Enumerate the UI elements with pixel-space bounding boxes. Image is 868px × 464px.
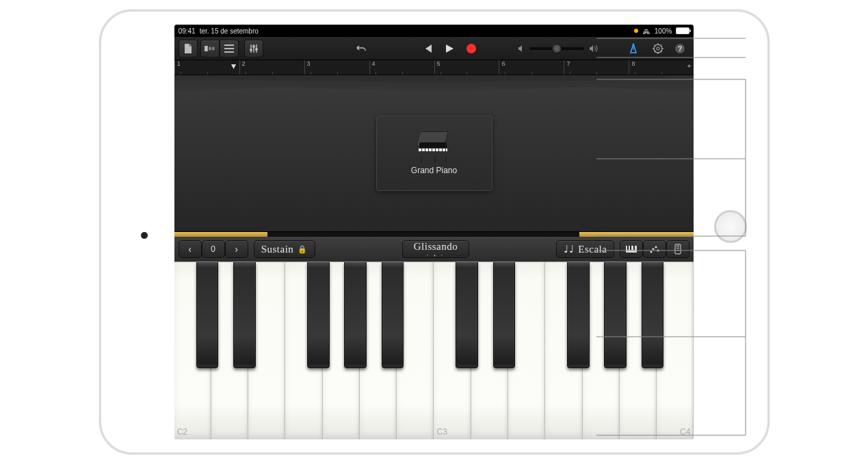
ruler-mark: 4 <box>369 60 434 75</box>
piano-keyboard[interactable]: C2 C3 C4 <box>174 261 694 439</box>
svg-point-8 <box>255 48 258 51</box>
tracks-view-button[interactable] <box>220 40 239 57</box>
svg-rect-2 <box>212 47 214 50</box>
black-key[interactable] <box>604 262 627 368</box>
browser-button[interactable] <box>200 40 220 57</box>
black-key[interactable] <box>493 262 516 368</box>
metronome-button[interactable] <box>624 40 643 57</box>
glissando-button[interactable]: Glissando • ● • <box>402 240 470 258</box>
black-key[interactable] <box>642 262 664 368</box>
keyboard-controls: ‹ 0 › Sustain 🔒 Glissando • ● • ♩♩ Escal… <box>174 237 694 261</box>
home-button[interactable] <box>714 210 747 243</box>
svg-rect-3 <box>224 44 234 46</box>
ios-status-bar: 09:41 ter. 15 de setembro 100% <box>174 25 694 37</box>
add-section-button[interactable]: ＋ <box>686 62 692 70</box>
ruler-mark: 5 <box>434 60 499 75</box>
svg-rect-4 <box>224 48 234 49</box>
svg-point-17 <box>650 251 653 253</box>
master-volume-slider[interactable] <box>517 44 598 53</box>
keyboard-navigator[interactable] <box>174 231 694 237</box>
octave-up-button[interactable]: › <box>225 240 248 258</box>
volume-high-icon <box>588 44 598 53</box>
go-to-start-button[interactable] <box>418 40 437 57</box>
keyboard-layout-button[interactable] <box>620 240 643 258</box>
svg-point-6 <box>250 49 252 51</box>
play-button[interactable] <box>440 40 459 57</box>
help-button[interactable]: ? <box>670 40 689 57</box>
key-label: C3 <box>436 427 447 437</box>
instrument-area: Grand Piano <box>174 75 694 231</box>
key-label: C2 <box>177 427 187 437</box>
black-key[interactable] <box>567 262 590 368</box>
my-songs-button[interactable] <box>179 40 198 57</box>
timeline-ruler[interactable]: ▾ 1 2 3 4 5 6 7 8 ＋ <box>174 60 694 75</box>
svg-text:?: ? <box>678 44 683 53</box>
record-icon <box>466 44 476 53</box>
octave-value: 0 <box>202 240 225 258</box>
track-controls-button[interactable] <box>244 40 263 57</box>
battery-icon <box>676 27 689 34</box>
scale-button[interactable]: ♩♩ Escala <box>556 240 614 258</box>
page-dots-icon: • ● • <box>427 253 445 257</box>
svg-rect-5 <box>224 51 234 53</box>
black-key[interactable] <box>382 262 404 368</box>
key-label: C4 <box>680 427 690 437</box>
svg-rect-22 <box>676 246 679 246</box>
octave-down-button[interactable]: ‹ <box>179 240 202 258</box>
ruler-mark: 2 <box>239 60 304 75</box>
control-bar: ? <box>174 37 694 60</box>
sound-selector[interactable]: Grand Piano <box>376 116 492 191</box>
svg-rect-14 <box>627 246 629 250</box>
svg-rect-16 <box>633 246 635 250</box>
wifi-icon <box>642 27 650 34</box>
lock-icon: 🔒 <box>298 245 308 254</box>
status-time: 09:41 <box>179 27 196 35</box>
ruler-mark: 6 <box>499 60 564 75</box>
black-key[interactable] <box>307 262 330 368</box>
keyboard-settings-button[interactable] <box>666 240 689 258</box>
svg-rect-0 <box>205 46 208 51</box>
ruler-mark: 1 <box>174 60 239 75</box>
svg-point-7 <box>252 45 255 48</box>
ruler-mark: 7 <box>564 60 629 75</box>
black-key[interactable] <box>344 262 367 368</box>
sustain-button[interactable]: Sustain 🔒 <box>254 240 315 258</box>
front-camera <box>141 232 148 239</box>
svg-rect-23 <box>676 248 679 248</box>
svg-rect-1 <box>209 47 211 50</box>
black-key[interactable] <box>196 262 219 368</box>
record-button[interactable] <box>462 40 481 57</box>
arpeggiator-button[interactable] <box>643 240 666 258</box>
black-key[interactable] <box>233 262 256 368</box>
volume-low-icon <box>517 44 525 53</box>
ruler-mark: 8 <box>629 60 694 75</box>
ruler-mark: 3 <box>304 60 369 75</box>
status-date: ter. 15 de setembro <box>200 27 259 35</box>
svg-point-18 <box>653 248 655 250</box>
app-screen: 09:41 ter. 15 de setembro 100% <box>174 25 694 439</box>
ipad-frame: 09:41 ter. 15 de setembro 100% <box>99 10 770 454</box>
battery-percent: 100% <box>655 27 672 35</box>
instrument-name: Grand Piano <box>411 166 457 175</box>
svg-rect-15 <box>630 246 631 250</box>
svg-point-20 <box>657 250 659 252</box>
settings-button[interactable] <box>648 40 668 57</box>
svg-point-19 <box>655 246 657 248</box>
undo-button[interactable] <box>352 40 371 57</box>
black-key[interactable] <box>456 262 478 368</box>
note-icon: ♩♩ <box>564 243 574 255</box>
recording-indicator-icon <box>634 29 638 33</box>
svg-point-10 <box>657 47 659 50</box>
svg-rect-24 <box>676 250 679 250</box>
grand-piano-icon <box>415 131 453 162</box>
